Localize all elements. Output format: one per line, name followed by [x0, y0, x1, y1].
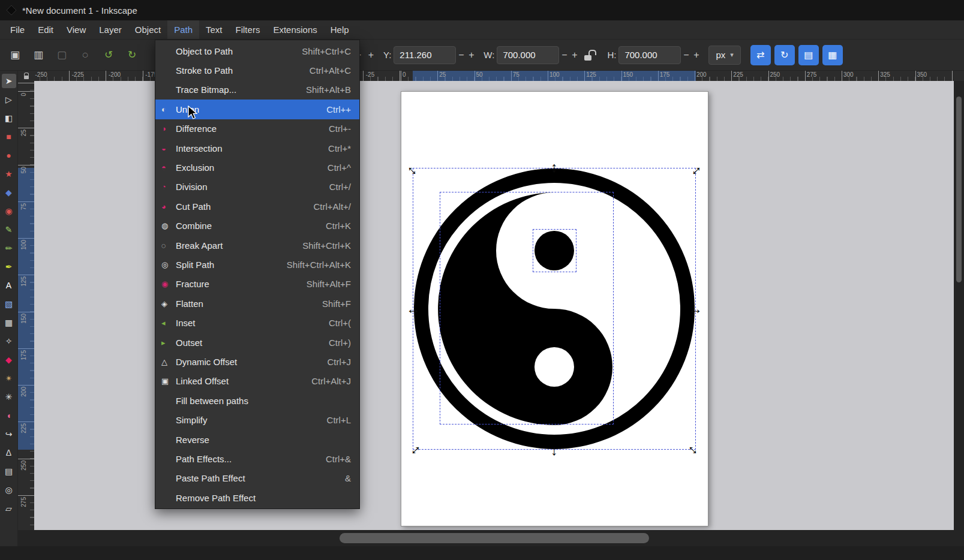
star-tool[interactable]: ★ [2, 167, 16, 181]
menu-item-stroke-to-path[interactable]: Stroke to PathCtrl+Alt+C [155, 61, 359, 80]
menu-item-division[interactable]: ◔DivisionCtrl+/ [155, 177, 359, 197]
paint-bucket-tool[interactable]: ◆ [2, 353, 16, 367]
rotate-90-ccw-button[interactable]: ↺ [98, 45, 119, 65]
measure-tool[interactable]: ▱ [2, 501, 16, 516]
menu-layer[interactable]: Layer [92, 20, 128, 39]
menu-item-object-to-path[interactable]: Object to PathShift+Ctrl+C [155, 41, 359, 61]
menu-item-remove-path-effect[interactable]: Remove Path Effect [155, 488, 359, 507]
menu-item-cut-path[interactable]: ◕Cut PathCtrl+Alt+/ [155, 197, 359, 216]
y-decrement-button[interactable]: − [456, 46, 466, 64]
pages-tool[interactable]: ▤ [2, 464, 16, 478]
menu-item-outset[interactable]: ▸OutsetCtrl+) [155, 333, 359, 352]
lock-aspect-ratio-toggle[interactable] [584, 50, 595, 61]
menu-item-fracture[interactable]: ◉FractureShift+Alt+F [155, 275, 359, 294]
scale-handle-right[interactable]: ↔ [688, 302, 702, 316]
ruler-label: 0 [403, 71, 406, 78]
ruler-label: 125 [586, 71, 596, 78]
w-input[interactable] [497, 46, 559, 64]
pen-tool[interactable]: ✏ [2, 241, 16, 255]
scale-handle-bottom[interactable]: ↕ [551, 443, 558, 457]
menu-text[interactable]: Text [199, 20, 229, 39]
menu-item-label: Outset [176, 338, 329, 348]
selector-tool[interactable]: ➤ [2, 74, 16, 88]
h-input[interactable] [618, 46, 681, 64]
menu-object[interactable]: Object [128, 20, 167, 39]
menu-item-simplify[interactable]: SimplifyCtrl+L [155, 410, 359, 429]
scale-stroke-width-toggle-button[interactable]: ⇄ [750, 45, 771, 65]
vertical-ruler[interactable]: 0255075100125150175200225250275 [18, 81, 35, 530]
lock-guides-icon[interactable] [24, 73, 29, 79]
document-page[interactable]: ↔ ↕ ↔ ↔ ↔ ↔ ↕ ↔ [401, 91, 708, 526]
ruler-label: 250 [20, 460, 27, 471]
unit-selector[interactable]: px ▾ [708, 46, 740, 65]
menu-item-intersection[interactable]: ◒IntersectionCtrl+* [155, 139, 359, 158]
shape-builder-tool[interactable]: ◧ [2, 111, 16, 125]
menu-item-break-apart[interactable]: ◌Break ApartShift+Ctrl+K [155, 236, 359, 255]
menu-item-exclusion[interactable]: ◓ExclusionCtrl+^ [155, 158, 359, 177]
text-tool[interactable]: A [2, 278, 16, 293]
menu-item-dynamic-offset[interactable]: △Dynamic OffsetCtrl+J [155, 352, 359, 371]
menu-item-difference[interactable]: ◑DifferenceCtrl+- [155, 119, 359, 139]
menu-path[interactable]: Path [167, 20, 199, 39]
menu-item-flatten[interactable]: ◈FlattenShift+F [155, 294, 359, 313]
menu-item-shortcut: Shift+Ctrl+C [302, 46, 351, 56]
mesh-gradient-tool[interactable]: ▦ [2, 315, 16, 330]
w-decrement-button[interactable]: − [559, 46, 569, 64]
y-input[interactable] [394, 46, 456, 64]
menu-extensions[interactable]: Extensions [266, 20, 323, 39]
vertical-scrollbar-thumb[interactable] [956, 97, 962, 282]
menu-help[interactable]: Help [324, 20, 356, 39]
scale-handle-left[interactable]: ↔ [406, 302, 421, 316]
dropper-tool[interactable]: ✧ [2, 334, 16, 348]
ellipse-tool[interactable]: ● [2, 148, 16, 162]
horizontal-scrollbar[interactable] [0, 530, 964, 546]
menu-item-paste-path-effect[interactable]: Paste Path Effect& [155, 469, 359, 488]
menu-item-combine[interactable]: ◍CombineCtrl+K [155, 216, 359, 236]
gradient-tool[interactable]: ▧ [2, 297, 16, 311]
y-increment-button[interactable]: + [466, 46, 476, 64]
spiral-tool[interactable]: ◉ [2, 204, 16, 218]
h-decrement-button[interactable]: − [681, 46, 691, 64]
rotate-90-cw-button[interactable]: ↻ [122, 45, 142, 65]
x-increment-button[interactable]: + [366, 46, 376, 64]
vertical-scrollbar[interactable] [954, 81, 964, 530]
menu-item-shortcut: Ctrl+Alt+C [310, 65, 351, 76]
menu-edit[interactable]: Edit [31, 20, 60, 39]
menu-item-shortcut: Shift+Ctrl+K [302, 240, 351, 251]
select-all-button[interactable]: ▣ [5, 45, 25, 65]
dropdown-caret-icon: ▾ [730, 51, 734, 59]
menu-item-inset[interactable]: ◂InsetCtrl+( [155, 313, 359, 332]
eraser-tool[interactable]: ◖ [2, 408, 16, 423]
rectangle-tool[interactable]: ■ [2, 130, 16, 144]
menu-item-split-path[interactable]: ◎Split PathShift+Ctrl+Alt+K [155, 255, 359, 274]
menu-item-reverse[interactable]: Reverse [155, 430, 359, 449]
menu-item-path-effects[interactable]: Path Effects...Ctrl+& [155, 449, 359, 468]
zoom-tool[interactable]: ◎ [2, 483, 16, 497]
node-tool[interactable]: ▷ [2, 92, 16, 107]
select-all-in-all-layers-button[interactable]: ▥ [28, 45, 49, 65]
w-increment-button[interactable]: + [569, 46, 579, 64]
scale-rounded-corners-toggle-button[interactable]: ↻ [774, 45, 795, 65]
deselect-button[interactable]: ▢ [52, 45, 72, 65]
spray-tool[interactable]: ✳ [2, 390, 16, 404]
tweak-tool[interactable]: ✴ [2, 371, 16, 386]
move-gradients-toggle-button[interactable]: ▤ [798, 45, 819, 65]
connector-tool[interactable]: ↪ [2, 427, 16, 441]
menu-file[interactable]: File [4, 20, 31, 39]
lpe-tool[interactable]: Δ [2, 445, 16, 460]
menu-item-fill-between-paths[interactable]: Fill between paths [155, 391, 359, 410]
menu-view[interactable]: View [60, 20, 92, 39]
h-increment-button[interactable]: + [691, 46, 701, 64]
move-patterns-toggle-button[interactable]: ▦ [822, 45, 843, 65]
combine-icon: ◍ [161, 221, 176, 230]
menu-filters[interactable]: Filters [229, 20, 267, 39]
pencil-tool[interactable]: ✎ [2, 222, 16, 237]
selection-bounding-box-button[interactable]: ◌ [75, 45, 95, 65]
menu-item-linked-offset[interactable]: ▣Linked OffsetCtrl+Alt+J [155, 372, 359, 391]
box-3d-tool[interactable]: ◆ [2, 185, 16, 200]
horizontal-scrollbar-thumb[interactable] [340, 533, 649, 543]
calligraphy-tool[interactable]: ✒ [2, 260, 16, 274]
scale-handle-top[interactable]: ↕ [551, 160, 558, 174]
menu-item-trace-bitmap[interactable]: Trace Bitmap...Shift+Alt+B [155, 80, 359, 100]
menu-item-union[interactable]: ◐UnionCtrl++ [155, 100, 359, 119]
